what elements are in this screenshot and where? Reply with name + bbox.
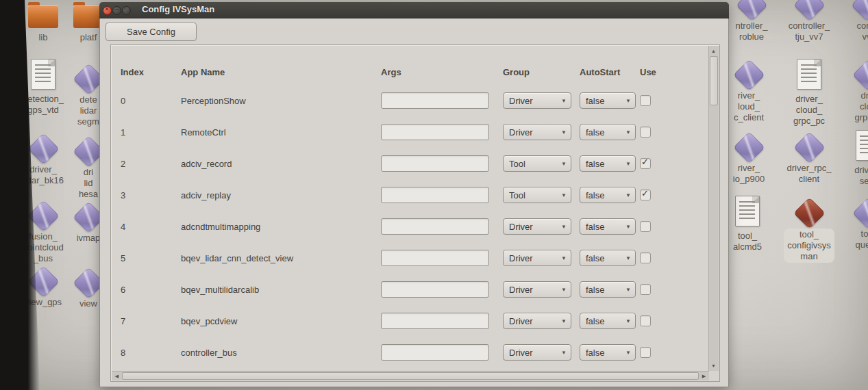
- group-select[interactable]: Driver ▼: [503, 313, 571, 329]
- row-index: 8: [121, 348, 181, 358]
- vertical-scroll-thumb[interactable]: [710, 56, 718, 105]
- app-icon: [733, 59, 765, 91]
- window-titlebar[interactable]: Config IVSysMan: [99, 2, 729, 18]
- minimize-icon[interactable]: [112, 6, 121, 15]
- scroll-right-icon[interactable]: ▶: [699, 372, 708, 380]
- group-select-value: Driver: [509, 285, 533, 295]
- icon-label: ntroller_ roblue: [722, 21, 781, 42]
- args-input[interactable]: [381, 218, 489, 235]
- autostart-select-value: false: [586, 222, 604, 232]
- use-checkbox[interactable]: [640, 315, 651, 326]
- chevron-down-icon: ▼: [625, 129, 631, 135]
- close-icon[interactable]: [103, 6, 112, 15]
- row-app-name: bqev_multilidarcalib: [181, 285, 381, 295]
- scroll-up-icon[interactable]: ▲: [709, 47, 718, 55]
- row-index: 0: [121, 96, 181, 106]
- app-icon: [735, 196, 760, 226]
- args-input[interactable]: [381, 92, 489, 109]
- args-input[interactable]: [381, 187, 489, 203]
- autostart-select-value: false: [586, 190, 604, 200]
- row-index: 6: [121, 285, 181, 295]
- autostart-select[interactable]: false ▼: [580, 218, 636, 235]
- args-input[interactable]: [381, 250, 489, 266]
- desktop-icon[interactable]: ntroller_ roblue: [722, 0, 781, 42]
- group-select[interactable]: Driver ▼: [503, 281, 571, 298]
- app-icon: [793, 131, 826, 164]
- chevron-down-icon: ▼: [625, 287, 631, 293]
- args-input[interactable]: [381, 281, 489, 298]
- autostart-select[interactable]: false ▼: [580, 124, 636, 140]
- group-select[interactable]: Driver ▼: [503, 92, 571, 109]
- group-select[interactable]: Driver ▼: [503, 218, 571, 235]
- chevron-down-icon: ▼: [625, 255, 631, 261]
- icon-label: tool queryr: [839, 229, 868, 250]
- chevron-down-icon: ▼: [561, 192, 567, 198]
- autostart-select[interactable]: false ▼: [580, 187, 636, 203]
- group-select-value: Tool: [509, 159, 525, 169]
- chevron-down-icon: ▼: [561, 161, 567, 167]
- autostart-select[interactable]: false ▼: [580, 344, 636, 361]
- use-checkbox[interactable]: [640, 190, 651, 200]
- args-input[interactable]: [381, 155, 489, 172]
- horizontal-scrollbar[interactable]: ◀ ▶: [112, 371, 709, 380]
- table-header: IndexApp NameArgsGroupAutoStartUse: [115, 63, 706, 81]
- row-index: 4: [121, 222, 181, 232]
- desktop-icon[interactable]: tool_ configivsys man: [780, 197, 839, 263]
- group-select-value: Driver: [509, 253, 533, 263]
- autostart-select[interactable]: false ▼: [580, 92, 636, 109]
- use-checkbox[interactable]: [640, 252, 651, 263]
- use-checkbox[interactable]: [640, 347, 651, 358]
- app-icon: [851, 0, 868, 21]
- app-icon: [793, 197, 826, 229]
- icon-label: contr vv: [837, 21, 868, 42]
- group-select[interactable]: Driver ▼: [503, 124, 571, 140]
- autostart-select[interactable]: false ▼: [580, 250, 636, 266]
- autostart-select-value: false: [586, 127, 604, 138]
- chevron-down-icon: ▼: [561, 318, 567, 324]
- desktop-icon[interactable]: controller_ tju_vv7: [780, 0, 839, 42]
- autostart-select[interactable]: false ▼: [580, 281, 636, 298]
- app-icon: [27, 133, 60, 165]
- group-select[interactable]: Tool ▼: [503, 187, 571, 203]
- config-table-panel: IndexApp NameArgsGroupAutoStartUse 0 Per…: [110, 44, 720, 382]
- maximize-icon[interactable]: [122, 6, 131, 15]
- autostart-select-value: false: [586, 316, 604, 326]
- desktop-icon[interactable]: tool queryr: [839, 197, 868, 250]
- args-input[interactable]: [381, 313, 489, 329]
- autostart-select[interactable]: false ▼: [580, 313, 636, 329]
- group-select-value: Driver: [509, 127, 533, 138]
- autostart-select[interactable]: false ▼: [580, 155, 636, 172]
- group-select[interactable]: Tool ▼: [503, 155, 571, 172]
- use-checkbox[interactable]: [640, 221, 651, 232]
- desktop-icon[interactable]: driv clou grpc_s: [839, 59, 868, 123]
- args-input[interactable]: [381, 344, 489, 361]
- save-config-button[interactable]: Save Config: [106, 23, 197, 41]
- group-select[interactable]: Driver ▼: [503, 250, 571, 266]
- group-select[interactable]: Driver ▼: [503, 344, 571, 361]
- horizontal-scroll-thumb[interactable]: [122, 372, 699, 380]
- row-app-name: bqev_pcdview: [181, 316, 381, 326]
- desktop-icon[interactable]: driver_ serv: [839, 130, 868, 187]
- use-checkbox[interactable]: [640, 158, 651, 169]
- use-checkbox[interactable]: [640, 127, 651, 138]
- desktop-icon[interactable]: contr vv: [837, 0, 868, 42]
- chevron-down-icon: ▼: [561, 287, 567, 293]
- table-row: 6 bqev_multilidarcalib Driver ▼: [115, 274, 706, 305]
- app-icon: [797, 59, 821, 90]
- use-checkbox[interactable]: [640, 284, 651, 295]
- use-checkbox[interactable]: [640, 95, 651, 106]
- args-input[interactable]: [381, 124, 489, 140]
- scroll-left-icon[interactable]: ◀: [112, 372, 121, 380]
- vertical-scrollbar[interactable]: ▲ ▼: [708, 46, 719, 371]
- chevron-down-icon: ▼: [561, 129, 567, 135]
- column-header: AutoStart: [580, 67, 640, 77]
- desktop-icon[interactable]: driver_ cloud_ grpc_pc: [780, 59, 839, 127]
- autostart-select-value: false: [586, 96, 604, 106]
- row-index: 2: [121, 159, 181, 169]
- scroll-down-icon[interactable]: ▼: [709, 361, 718, 370]
- autostart-select-value: false: [586, 285, 604, 295]
- desktop-icon[interactable]: driver_rpc_ client: [780, 131, 839, 185]
- row-app-name: adciv_record: [181, 159, 381, 169]
- table-row: 1 RemoteCtrl Driver ▼: [115, 116, 706, 148]
- chevron-down-icon: ▼: [625, 350, 631, 356]
